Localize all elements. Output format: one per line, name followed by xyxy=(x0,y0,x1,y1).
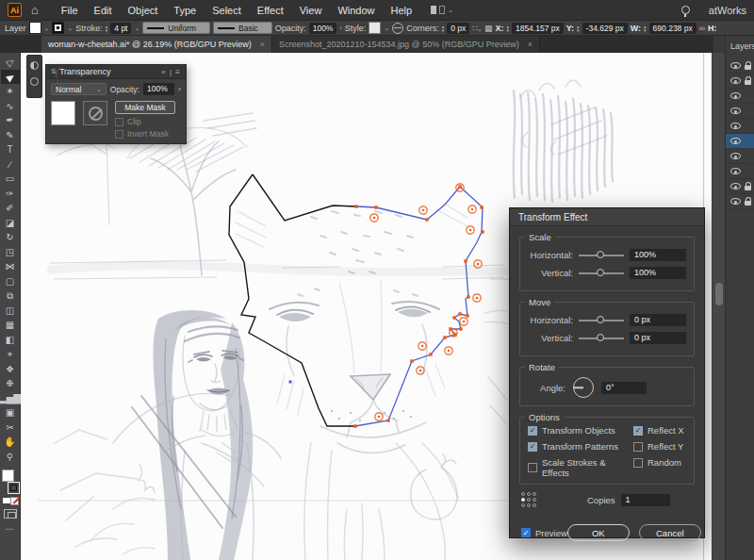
chevron-down-icon[interactable]: ⌄ xyxy=(384,25,389,32)
move-vertical-slider[interactable] xyxy=(579,333,624,343)
tool-rectangle[interactable]: ▭ xyxy=(1,172,20,187)
menu-window[interactable]: Window xyxy=(337,5,374,16)
menu-type[interactable]: Type xyxy=(173,5,196,16)
tool-shape-builder[interactable]: ⧉ xyxy=(1,288,20,304)
vertical-scrollbar[interactable] xyxy=(712,53,725,560)
visibility-eye-icon[interactable] xyxy=(730,153,741,159)
width-profile-dropdown[interactable]: Uniform⌄ xyxy=(142,22,210,34)
arrange-documents-icon[interactable]: ⌄ xyxy=(431,6,453,14)
tab-close-icon[interactable]: × xyxy=(260,40,265,49)
w-stepper[interactable]: ▴▾ xyxy=(644,25,647,32)
menu-effect[interactable]: Effect xyxy=(257,5,284,16)
document-setup-icon[interactable] xyxy=(392,23,403,34)
tool-hand[interactable]: ✋ xyxy=(1,435,20,450)
lock-icon[interactable] xyxy=(745,186,751,190)
slider-knob[interactable] xyxy=(597,316,604,323)
edit-toolbar-icon[interactable]: ⋯ xyxy=(6,524,15,534)
move-horizontal-field[interactable]: 0 px xyxy=(630,314,686,326)
angle-dial[interactable] xyxy=(573,377,594,398)
discover-icon[interactable] xyxy=(681,6,690,14)
option-transform-objects[interactable]: ✓Transform Objects xyxy=(528,425,633,436)
opacity-field[interactable]: 100% xyxy=(309,23,337,34)
fill-proxy-swatch[interactable] xyxy=(2,469,14,482)
stroke-swatch[interactable] xyxy=(52,22,64,34)
slider-knob[interactable] xyxy=(597,269,604,276)
dock-panel-icon[interactable] xyxy=(30,77,39,86)
make-mask-button[interactable]: Make Mask xyxy=(115,101,175,114)
tool-artboard[interactable]: ▣ xyxy=(1,405,20,420)
tool-pen[interactable]: ✒ xyxy=(1,113,20,128)
tool-selection[interactable]: ▷ xyxy=(1,55,20,70)
collapse-panel-icon[interactable]: « xyxy=(161,68,166,76)
tool-shaper[interactable]: ✐ xyxy=(1,201,20,216)
dialog-title[interactable]: Transform Effect xyxy=(510,208,704,226)
preview-checkbox[interactable]: ✓ Preview xyxy=(521,528,567,538)
transparency-dock-icon[interactable] xyxy=(30,61,39,70)
tool-gradient[interactable]: ◧ xyxy=(1,333,20,348)
stroke-stepper[interactable]: ▴▾ xyxy=(106,25,108,32)
chevron-down-icon[interactable]: ⌄ xyxy=(44,25,50,32)
tool-direct-selection[interactable]: ▶ xyxy=(1,70,20,85)
cancel-button[interactable]: Cancel xyxy=(639,524,701,541)
checkbox[interactable] xyxy=(633,442,643,452)
mask-thumbnail-empty[interactable] xyxy=(83,101,107,125)
corners-field[interactable]: 0 px xyxy=(447,23,469,34)
tp-opacity-expand-icon[interactable]: › xyxy=(178,85,181,93)
visibility-eye-icon[interactable] xyxy=(730,168,741,174)
layer-row[interactable] xyxy=(726,194,754,209)
tool-slice[interactable]: ✂ xyxy=(1,420,20,436)
visibility-eye-icon[interactable] xyxy=(730,123,741,129)
move-horizontal-slider[interactable] xyxy=(579,315,624,325)
menu-select[interactable]: Select xyxy=(212,5,241,16)
move-vertical-field[interactable]: 0 px xyxy=(630,332,686,344)
tool-curvature[interactable]: ✎ xyxy=(1,128,20,143)
tool-mesh[interactable]: ▦ xyxy=(1,318,20,333)
tab-close-icon[interactable]: × xyxy=(528,40,533,49)
tool-scale[interactable]: ◳ xyxy=(1,245,20,260)
menu-object[interactable]: Object xyxy=(128,5,158,16)
visibility-eye-icon[interactable] xyxy=(730,107,741,114)
scale-vertical-field[interactable]: 100% xyxy=(630,267,686,279)
stroke-weight-field[interactable]: 4 pt xyxy=(110,23,131,34)
style-swatch[interactable] xyxy=(369,22,381,34)
checkbox[interactable]: ✓ xyxy=(528,442,537,452)
tool-magic-wand[interactable]: ✶ xyxy=(1,84,20,99)
tool-rotate[interactable]: ↻ xyxy=(1,230,20,245)
tool-eraser[interactable]: ◪ xyxy=(1,216,20,231)
lock-icon[interactable] xyxy=(745,80,751,85)
reference-point-locator[interactable] xyxy=(521,492,536,507)
option-transform-patterns[interactable]: ✓Transform Patterns xyxy=(528,441,633,452)
lock-icon[interactable] xyxy=(745,201,751,206)
workspace-switcher[interactable]: atWorks xyxy=(709,5,746,16)
chevron-down-icon[interactable]: ⌄ xyxy=(134,25,139,32)
clip-checkbox[interactable]: Clip xyxy=(115,117,175,126)
tool-type[interactable]: T xyxy=(1,142,20,157)
x-field[interactable]: 1854.157 px xyxy=(512,23,564,34)
fill-swatch[interactable] xyxy=(29,22,41,34)
home-icon[interactable]: ⌂ xyxy=(31,0,39,21)
visibility-eye-icon[interactable] xyxy=(730,62,741,69)
tool-column-graph[interactable]: ▂▅▇ xyxy=(1,391,20,406)
visibility-eye-icon[interactable] xyxy=(730,77,741,84)
menu-file[interactable]: File xyxy=(61,5,78,16)
reference-point-icon[interactable]: ▦ xyxy=(484,24,493,33)
invert-mask-checkbox[interactable]: Invert Mask xyxy=(115,129,175,139)
option-random[interactable]: Random xyxy=(633,457,684,468)
fill-stroke-proxy[interactable] xyxy=(1,469,20,494)
invert-mask-checkbox-box[interactable] xyxy=(115,130,123,139)
slider-knob[interactable] xyxy=(597,251,604,258)
lock-icon[interactable] xyxy=(745,65,751,70)
tool-line-segment[interactable]: ∕ xyxy=(1,157,20,173)
layer-row[interactable] xyxy=(726,58,754,74)
layer-row[interactable] xyxy=(726,74,754,89)
checkbox[interactable]: ✓ xyxy=(633,426,643,436)
w-field[interactable]: 690.238 px xyxy=(649,23,697,34)
checkbox[interactable] xyxy=(633,458,643,468)
scrollbar-thumb[interactable] xyxy=(715,283,723,305)
copies-field[interactable]: 1 xyxy=(621,494,670,506)
selected-path[interactable] xyxy=(229,174,484,428)
brush-dropdown[interactable]: Basic⌄ xyxy=(213,22,272,34)
checkbox[interactable]: ✓ xyxy=(528,426,537,436)
visibility-eye-icon[interactable] xyxy=(730,138,741,144)
corners-stepper[interactable]: ▴▾ xyxy=(442,25,445,32)
